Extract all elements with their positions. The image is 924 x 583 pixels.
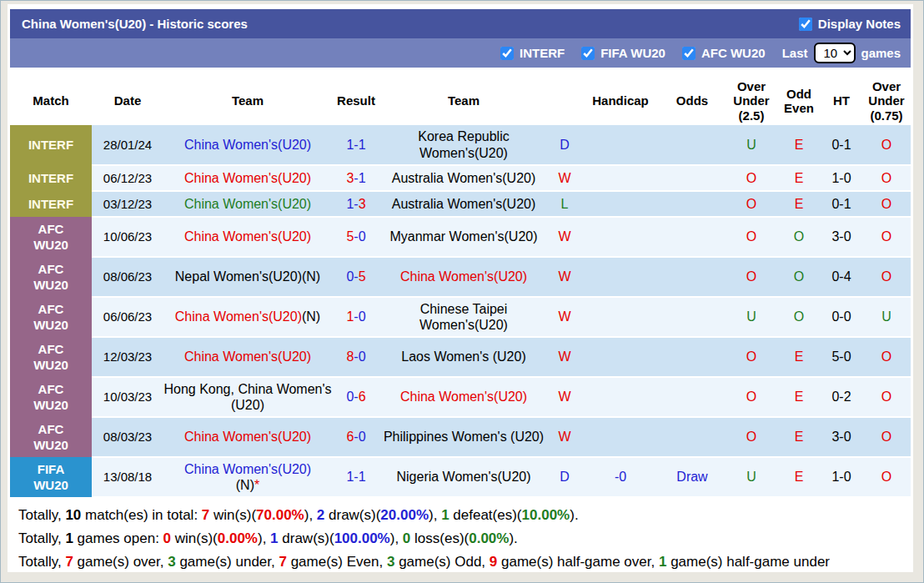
away-team-name: China Women's(U20) xyxy=(400,390,527,404)
home-score: 1 xyxy=(346,309,354,324)
league-badge: AFC WU20 xyxy=(10,337,92,377)
handicap-cell xyxy=(582,125,659,165)
away-score: 5 xyxy=(359,269,366,284)
table-row: AFC WU2008/06/23Nepal Women's(U20)(N)0-5… xyxy=(10,257,911,297)
display-notes-checkbox[interactable] xyxy=(799,18,812,31)
home-score: 1 xyxy=(346,138,354,152)
away-team: China Women's(U20) xyxy=(380,257,547,297)
home-score: 0 xyxy=(346,269,354,284)
totals-text: loss(es)( xyxy=(410,530,469,546)
totals-text: match(es) in total: xyxy=(81,507,202,523)
over-under-075-cell: U xyxy=(862,297,911,337)
totals-text: game(s) over, xyxy=(73,554,168,570)
handicap-cell xyxy=(582,257,659,297)
table-row: INTERF03/12/23China Women's(U20)1-3Austr… xyxy=(10,191,911,217)
over-under-25-cell: O xyxy=(726,191,777,217)
page-frame: China Women's(U20) - Historic scores Dis… xyxy=(0,0,924,583)
table-row: AFC WU2010/06/23China Women's(U20)5-0Mya… xyxy=(10,217,911,257)
over-under-075-cell: O xyxy=(862,191,911,217)
totals-value: 0 xyxy=(163,530,171,546)
table-row: AFC WU2010/03/23Hong Kong, China Women's… xyxy=(10,377,911,417)
totals-text: ), xyxy=(390,530,403,546)
ht-cell: 0-0 xyxy=(821,297,862,337)
match-result: 1-1 xyxy=(332,457,380,497)
over-under-25-cell: O xyxy=(726,257,777,297)
match-result: 5-0 xyxy=(332,217,380,257)
table-row: FIFA WU2013/08/18China Women's(U20)(N)*1… xyxy=(10,457,911,497)
totals-text: ), xyxy=(429,507,441,523)
totals-text: game(s) under, xyxy=(176,554,279,570)
filter-toggle-afc-wu20[interactable]: AFC WU20 xyxy=(682,46,766,60)
totals-line: Totally, 7 game(s) over, 3 game(s) under… xyxy=(18,550,911,572)
odds-cell xyxy=(659,337,726,377)
over-under-075-cell: O xyxy=(862,257,911,297)
filter-checkbox[interactable] xyxy=(682,47,696,60)
content-card: China Women's(U20) - Historic scores Dis… xyxy=(8,4,913,572)
column-header: Match xyxy=(10,77,92,125)
wdl-cell: D xyxy=(547,457,582,497)
league-badge: AFC WU20 xyxy=(10,297,92,337)
over-under-075-cell: O xyxy=(862,417,911,457)
filter-checkbox[interactable] xyxy=(500,47,514,60)
match-date: 08/06/23 xyxy=(92,257,163,297)
table-header: MatchDateTeamResultTeamHandicapOddsOver … xyxy=(10,77,911,125)
away-team: Myanmar Women's(U20) xyxy=(380,217,547,257)
display-notes-label: Display Notes xyxy=(818,17,901,31)
totals-value: 0.00% xyxy=(469,530,509,546)
match-date: 28/01/24 xyxy=(92,125,163,165)
filter-toggle-interf[interactable]: INTERF xyxy=(500,46,565,60)
ht-cell: 3-0 xyxy=(821,217,862,257)
league-badge: INTERF xyxy=(10,125,92,165)
odds-cell xyxy=(659,165,726,191)
home-team-name: China Women's(U20) xyxy=(184,349,311,364)
filter-checkbox[interactable] xyxy=(581,47,595,60)
filter-toggle-fifa-wu20[interactable]: FIFA WU20 xyxy=(581,46,665,60)
title-bar: China Women's(U20) - Historic scores Dis… xyxy=(10,9,911,38)
home-team: China Women's(U20) xyxy=(163,191,332,217)
odds-cell xyxy=(659,377,726,417)
display-notes-toggle[interactable]: Display Notes xyxy=(799,17,901,31)
totals-text: ). xyxy=(509,530,517,546)
column-header: Odds xyxy=(659,77,726,125)
table-row: AFC WU2012/03/23China Women's(U20)8-0Lao… xyxy=(10,337,911,377)
filter-label: AFC WU20 xyxy=(701,46,766,60)
wdl-cell: W xyxy=(547,297,582,337)
column-header: Over Under (2.5) xyxy=(726,77,777,125)
league-badge: AFC WU20 xyxy=(10,257,92,297)
league-badge: AFC WU20 xyxy=(10,217,92,257)
league-badge: AFC WU20 xyxy=(10,417,92,457)
games-count-select[interactable]: 10 xyxy=(814,43,856,63)
over-under-25-cell: O xyxy=(726,165,777,191)
league-badge: FIFA WU20 xyxy=(10,457,92,497)
odds-cell xyxy=(659,257,726,297)
odds-cell xyxy=(659,125,726,165)
neutral-ground-tag: (N) xyxy=(302,309,320,324)
match-date: 06/12/23 xyxy=(92,165,163,191)
ht-cell: 3-0 xyxy=(821,417,862,457)
totals-text: draw(s)( xyxy=(324,507,380,523)
odd-even-cell: E xyxy=(777,337,821,377)
totals-value: 7 xyxy=(65,554,73,570)
home-team-name: China Women's(U20) xyxy=(184,138,311,152)
totals-value: 10 xyxy=(65,507,81,523)
league-badge: INTERF xyxy=(10,165,92,191)
home-score: 1 xyxy=(346,197,354,211)
home-team-name: China Women's(U20) xyxy=(184,430,311,444)
league-badge: INTERF xyxy=(10,191,92,217)
odds-cell xyxy=(659,297,726,337)
league-filter-checkboxes: INTERFFIFA WU20AFC WU20 xyxy=(500,46,782,60)
over-under-25-cell: O xyxy=(726,377,777,417)
totals-value: 3 xyxy=(387,554,394,570)
wdl-cell: W xyxy=(547,257,582,297)
totals-value: 100.00% xyxy=(334,530,390,546)
over-under-25-cell: U xyxy=(726,297,777,337)
home-team: China Women's(U20) xyxy=(163,337,332,377)
filter-label: FIFA WU20 xyxy=(600,46,665,60)
page-title: China Women's(U20) - Historic scores xyxy=(22,17,248,31)
column-header: Odd Even xyxy=(777,77,821,125)
away-team-name: Laos Women's (U20) xyxy=(401,349,525,364)
table-row: INTERF28/01/24China Women's(U20)1-1Korea… xyxy=(10,125,911,165)
home-team-name: Hong Kong, China Women's (U20) xyxy=(163,382,331,412)
filter-bar: INTERFFIFA WU20AFC WU20 Last 10 games xyxy=(10,38,911,68)
historic-scores-table: MatchDateTeamResultTeamHandicapOddsOver … xyxy=(10,77,911,498)
